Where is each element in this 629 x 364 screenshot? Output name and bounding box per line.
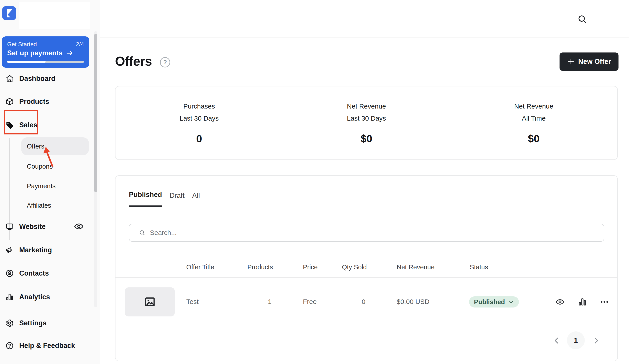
sidebar-item-label: Website — [19, 223, 46, 231]
sidebar-subitem-label: Payments — [27, 182, 56, 190]
sidebar-item-contacts[interactable]: Contacts — [5, 265, 49, 281]
sidebar-item-label: Contacts — [19, 269, 49, 277]
col-header-products: Products — [235, 263, 273, 271]
pagination-page-1[interactable]: 1 — [567, 331, 585, 349]
column-chart-icon — [578, 297, 587, 307]
col-header-qty-sold: Qty Sold — [329, 263, 367, 271]
sidebar-item-label: Help & Feedback — [19, 342, 75, 350]
sidebar-subitem-affiliates[interactable]: Affiliates — [27, 201, 51, 210]
sidebar-item-label: Analytics — [19, 293, 50, 301]
sidebar-subitem-label: Offers — [27, 143, 44, 150]
arrow-right-icon — [66, 49, 74, 57]
cube-icon — [5, 97, 14, 106]
stats-card: Purchases Last 30 Days 0 Net Revenue Las… — [115, 86, 618, 160]
help-circle-icon — [5, 342, 14, 350]
col-header-status: Status — [470, 263, 488, 271]
page-help-icon[interactable]: ? — [160, 57, 170, 67]
stat-sublabel: Last 30 Days — [116, 112, 283, 124]
get-started-card[interactable]: Get Started 2/4 Set up payments — [2, 36, 89, 68]
stat-sublabel: All Time — [450, 112, 617, 124]
pagination-next-button[interactable] — [591, 335, 601, 346]
sidebar-item-settings[interactable]: Settings — [5, 315, 46, 331]
sidebar-subitem-label: Affiliates — [27, 202, 51, 209]
offers-search-input[interactable] — [150, 229, 574, 237]
bar-chart-icon — [5, 293, 14, 301]
status-badge-label: Published — [474, 298, 505, 306]
home-icon — [5, 74, 14, 83]
sidebar-subitem-label: Coupons — [27, 163, 53, 170]
offer-thumbnail[interactable] — [125, 287, 175, 316]
new-offer-label: New Offer — [578, 58, 611, 66]
offers-panel: Published Draft All Offer Title Products… — [115, 175, 618, 361]
image-placeholder-icon — [144, 295, 156, 308]
get-started-title: Get Started — [7, 41, 37, 48]
get-started-steps: 2/4 — [76, 41, 84, 48]
pagination-prev-button[interactable] — [551, 335, 562, 346]
row-more-actions-button[interactable] — [598, 296, 611, 308]
offers-tabs: Published Draft All — [129, 191, 200, 207]
get-started-cta: Set up payments — [7, 49, 63, 57]
tab-all[interactable]: All — [192, 191, 200, 207]
sidebar-item-marketing[interactable]: Marketing — [5, 242, 52, 258]
cell-net-revenue: $0.00 USD — [397, 298, 430, 305]
annotation-box-sales — [4, 110, 38, 134]
kajabi-logo[interactable] — [2, 6, 16, 20]
sidebar-item-website[interactable]: Website — [5, 219, 46, 235]
status-badge[interactable]: Published — [469, 296, 519, 308]
chevron-down-icon — [508, 299, 514, 305]
sidebar-item-label: Marketing — [19, 246, 52, 254]
tab-published[interactable]: Published — [129, 191, 162, 207]
website-preview-eye-icon[interactable] — [74, 221, 84, 232]
megaphone-icon — [5, 246, 14, 254]
cell-products: 1 — [235, 298, 272, 305]
stat-label: Purchases — [116, 100, 283, 112]
global-search-button[interactable] — [577, 13, 588, 24]
sidebar-item-dashboard[interactable]: Dashboard — [5, 71, 55, 86]
sidebar-subitem-payments[interactable]: Payments — [27, 181, 56, 191]
topbar — [100, 0, 629, 38]
sidebar-scrollbar-thumb[interactable] — [94, 34, 97, 192]
stat-net-revenue-30d: Net Revenue Last 30 Days $0 — [283, 86, 450, 159]
col-header-offer-title: Offer Title — [186, 263, 214, 271]
stat-value: 0 — [116, 132, 283, 145]
col-header-price: Price — [303, 263, 318, 271]
stat-value: $0 — [450, 132, 617, 145]
search-icon — [139, 229, 146, 236]
plus-icon — [567, 58, 575, 65]
sidebar-divider — [0, 308, 100, 308]
stat-label: Net Revenue — [283, 100, 450, 112]
sidebar-item-analytics[interactable]: Analytics — [5, 289, 50, 305]
preview-offer-button[interactable] — [554, 296, 566, 308]
get-started-progress — [7, 61, 84, 63]
cell-price: Free — [303, 298, 317, 305]
sidebar-item-label: Settings — [19, 319, 46, 327]
site-logo-placeholder — [19, 2, 90, 29]
page-title: Offers — [115, 54, 152, 69]
sidebar-subitem-offers[interactable]: Offers — [21, 137, 89, 155]
offer-analytics-button[interactable] — [576, 296, 588, 308]
search-icon — [577, 14, 588, 24]
sidebar-item-products[interactable]: Products — [5, 94, 49, 110]
stat-label: Net Revenue — [450, 100, 617, 112]
tab-draft[interactable]: Draft — [169, 191, 184, 207]
new-offer-button[interactable]: New Offer — [560, 52, 619, 71]
app-root: Get Started 2/4 Set up payments Dashboar… — [0, 0, 629, 364]
stat-purchases-30d: Purchases Last 30 Days 0 — [116, 86, 283, 159]
stat-sublabel: Last 30 Days — [283, 112, 450, 124]
col-header-net-revenue: Net Revenue — [397, 263, 435, 271]
sidebar: Get Started 2/4 Set up payments Dashboar… — [0, 0, 100, 364]
sidebar-item-label: Products — [19, 98, 49, 106]
sidebar-subitem-coupons[interactable]: Coupons — [27, 161, 53, 171]
ellipsis-icon — [600, 297, 609, 307]
table-header-divider — [116, 277, 617, 278]
chevron-left-icon — [552, 336, 561, 345]
stat-net-revenue-all-time: Net Revenue All Time $0 — [450, 86, 617, 159]
sidebar-item-label: Dashboard — [19, 75, 55, 83]
eye-icon — [555, 297, 565, 307]
cell-qty-sold: 0 — [329, 298, 365, 305]
cell-offer-title[interactable]: Test — [186, 298, 199, 305]
get-started-progress-fill — [7, 61, 46, 63]
chevron-right-icon — [592, 336, 601, 345]
stat-value: $0 — [283, 132, 450, 145]
sidebar-item-help-feedback[interactable]: Help & Feedback — [5, 338, 75, 354]
